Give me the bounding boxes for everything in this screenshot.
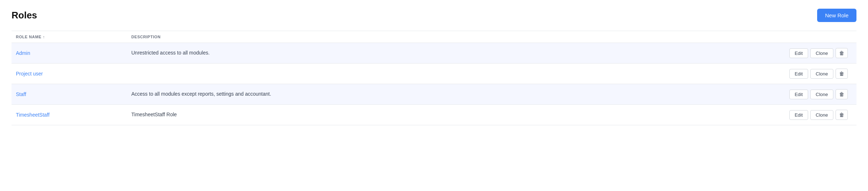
role-description-admin: Unrestricted access to all modules. [127, 49, 770, 57]
delete-button-admin[interactable]: 🗑 [836, 48, 848, 58]
page-container: Roles New Role ROLE NAME ↑ DESCRIPTION A… [0, 0, 868, 191]
new-role-button[interactable]: New Role [817, 9, 856, 22]
clone-button-timesheetstaff[interactable]: Clone [810, 110, 833, 120]
edit-button-admin[interactable]: Edit [789, 48, 808, 58]
role-name-link-project-user[interactable]: Project user [16, 71, 43, 77]
row-actions-project-user: Edit Clone 🗑 [770, 69, 856, 79]
trash-icon: 🗑 [839, 50, 844, 56]
role-name-cell: Staff [12, 91, 127, 97]
table-row: Project user Edit Clone 🗑 [12, 64, 856, 84]
edit-button-project-user[interactable]: Edit [789, 69, 808, 79]
page-header: Roles New Role [12, 9, 856, 22]
delete-button-staff[interactable]: 🗑 [836, 89, 848, 99]
row-actions-timesheetstaff: Edit Clone 🗑 [770, 110, 856, 120]
clone-button-project-user[interactable]: Clone [810, 69, 833, 79]
table-header: ROLE NAME ↑ DESCRIPTION [12, 31, 856, 43]
col-header-actions [770, 35, 856, 39]
table-row: TimesheetStaff TimesheetStaff Role Edit … [12, 105, 856, 125]
col-header-role-name: ROLE NAME ↑ [12, 35, 127, 39]
roles-table: ROLE NAME ↑ DESCRIPTION Admin Unrestrict… [12, 31, 856, 125]
page-title: Roles [12, 10, 37, 21]
table-row: Admin Unrestricted access to all modules… [12, 43, 856, 64]
role-name-cell: TimesheetStaff [12, 112, 127, 118]
role-description-timesheetstaff: TimesheetStaff Role [127, 111, 770, 118]
clone-button-staff[interactable]: Clone [810, 90, 833, 99]
clone-button-admin[interactable]: Clone [810, 48, 833, 58]
trash-icon: 🗑 [839, 112, 844, 118]
role-name-link-staff[interactable]: Staff [16, 91, 26, 97]
edit-button-timesheetstaff[interactable]: Edit [789, 110, 808, 120]
role-name-cell: Project user [12, 71, 127, 77]
table-row: Staff Access to all modules except repor… [12, 84, 856, 105]
trash-icon: 🗑 [839, 71, 844, 77]
row-actions-admin: Edit Clone 🗑 [770, 48, 856, 58]
delete-button-timesheetstaff[interactable]: 🗑 [836, 110, 848, 120]
role-name-link-timesheetstaff[interactable]: TimesheetStaff [16, 112, 49, 118]
role-name-cell: Admin [12, 50, 127, 56]
col-header-description: DESCRIPTION [127, 35, 770, 39]
delete-button-project-user[interactable]: 🗑 [836, 69, 848, 79]
role-description-staff: Access to all modules except reports, se… [127, 91, 770, 98]
row-actions-staff: Edit Clone 🗑 [770, 89, 856, 99]
trash-icon: 🗑 [839, 91, 844, 97]
role-name-link-admin[interactable]: Admin [16, 50, 30, 56]
edit-button-staff[interactable]: Edit [789, 90, 808, 99]
